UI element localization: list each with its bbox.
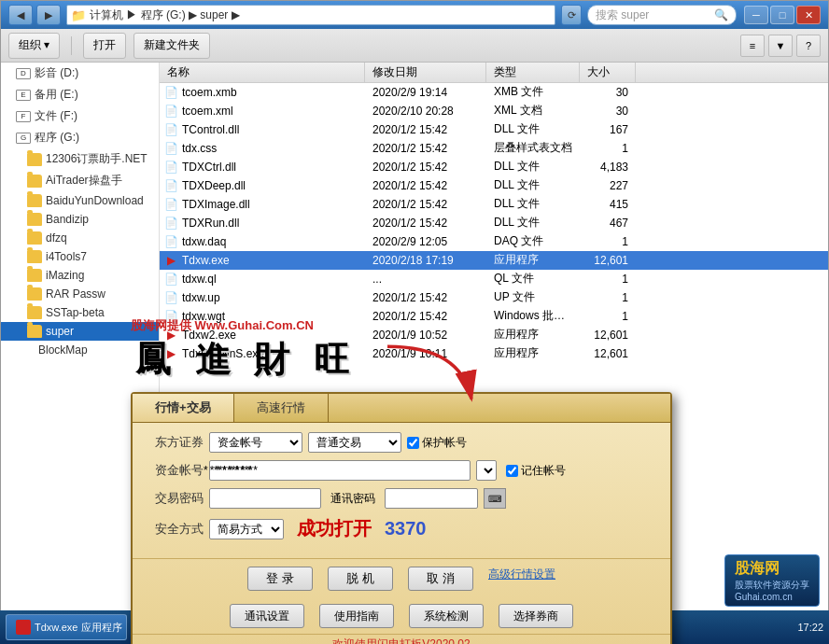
account-label: 资金帐号 [148, 462, 204, 479]
tab-market-trade[interactable]: 行情+交易 [133, 394, 234, 422]
sidebar-label-baidu: BaiduYunDownload [46, 194, 144, 207]
drive-g-icon: G [16, 133, 31, 144]
sidebar-item-baidu[interactable]: BaiduYunDownload [1, 191, 159, 210]
dialog-footer-buttons: 通讯设置 使用指南 系统检测 选择券商 [133, 598, 670, 634]
keyboard-button[interactable]: ⌨ [484, 488, 506, 509]
organize-button[interactable]: 组织 ▾ [8, 33, 60, 59]
new-folder-button[interactable]: 新建文件夹 [133, 33, 210, 59]
col-header-date[interactable]: 修改日期 [365, 63, 486, 82]
comm-settings-button[interactable]: 通讯设置 [230, 604, 304, 628]
file-row[interactable]: ▶ Tdxw.exe 2020/2/18 17:19 应用程序 12,601 [160, 251, 828, 270]
sidebar-label-rar: RAR Passw [46, 287, 105, 301]
sidebar-item-drive-g[interactable]: G 程序 (G:) [1, 127, 159, 148]
window-controls: ─ □ ✕ [744, 6, 821, 24]
security-select[interactable]: 简易方式 [209, 519, 284, 539]
security-row: 安全方式 简易方式 成功打开 3370 [148, 516, 655, 541]
folder-sstap-icon [27, 306, 42, 319]
system-check-button[interactable]: 系统检测 [409, 604, 484, 628]
toolbar-separator [71, 36, 72, 55]
sidebar-item-imazing[interactable]: iMazing [1, 266, 159, 285]
address-bar[interactable]: 📁 计算机 ▶ 程序 (G:) ▶ super ▶ [66, 5, 555, 25]
offline-button[interactable]: 脱 机 [328, 567, 393, 591]
minimize-button[interactable]: ─ [744, 6, 768, 24]
trade-type-select[interactable]: 普通交易 [308, 432, 401, 453]
file-row[interactable]: 📄 tcoem.xmb 2020/2/9 19:14 XMB 文件 30 [160, 83, 828, 102]
file-list-header: 名称 修改日期 类型 大小 [160, 63, 828, 83]
back-button[interactable]: ◀ [8, 5, 33, 25]
sidebar-item-bandizip[interactable]: Bandizip [1, 210, 159, 229]
folder-dfzq-icon [27, 231, 42, 245]
login-dialog: 行情+交易 高速行情 东方证券 资金帐号 普通交易 保护帐号 资金帐号 [131, 392, 672, 644]
protect-account-checkbox[interactable]: 保护帐号 [407, 435, 467, 451]
title-bar: ◀ ▶ 📁 计算机 ▶ 程序 (G:) ▶ super ▶ ⟳ 搜索 super… [1, 1, 828, 29]
file-row[interactable]: 📄 TDXDeep.dll 2020/1/2 15:42 DLL 文件 227 [160, 176, 828, 195]
sidebar-label-f: 文件 (F:) [35, 108, 77, 124]
refresh-button[interactable]: ⟳ [561, 5, 582, 25]
sidebar-item-i4tools[interactable]: i4Tools7 [1, 247, 159, 266]
branding-box: 股海网 股票软件资源分享 Guhai.com.cn [724, 554, 820, 607]
view-toggle[interactable]: ≡ [740, 35, 765, 57]
password-input[interactable] [209, 488, 321, 509]
sidebar-item-drive-d[interactable]: D 影音 (D:) [1, 63, 159, 84]
protect-checkbox[interactable] [407, 437, 419, 449]
brand-sub: 股票软件资源分享 [735, 579, 809, 592]
sidebar-item-drive-f[interactable]: F 文件 (F:) [1, 105, 159, 127]
folder-12306-icon [27, 153, 42, 166]
login-button[interactable]: 登 录 [247, 567, 313, 591]
view-details[interactable]: ▼ [768, 35, 793, 57]
tab-fast-market[interactable]: 高速行情 [234, 394, 329, 422]
advanced-link[interactable]: 高级行情设置 [488, 567, 555, 591]
comm-password-label: 通讯密码 [330, 491, 375, 507]
forward-button[interactable]: ▶ [36, 5, 61, 25]
open-button[interactable]: 打开 [83, 33, 126, 59]
drive-f-icon: F [16, 111, 31, 122]
account-type-select[interactable]: 资金帐号 [209, 432, 302, 453]
file-row[interactable]: 📄 tdxw.ql ... QL 文件 1 [160, 270, 828, 288]
folder-baidu-icon [27, 194, 42, 207]
sidebar-item-aitrader[interactable]: AiTrader操盘手 [1, 170, 159, 191]
cancel-button[interactable]: 取 消 [408, 567, 473, 591]
file-row[interactable]: 📄 tdxw.up 2020/1/2 15:42 UP 文件 1 [160, 288, 828, 307]
user-guide-button[interactable]: 使用指南 [319, 604, 394, 628]
sidebar-item-dfzq[interactable]: dfzq [1, 229, 159, 247]
comm-password-input[interactable] [385, 488, 478, 509]
account-select-arrow[interactable] [476, 460, 497, 481]
password-label: 交易密码 [148, 490, 204, 507]
col-header-type[interactable]: 类型 [486, 63, 580, 82]
drive-e-icon: E [16, 90, 31, 101]
file-row[interactable]: 📄 TDXCtrl.dll 2020/1/2 15:42 DLL 文件 4,18… [160, 158, 828, 176]
sidebar-label-12306: 12306订票助手.NET [46, 151, 148, 167]
file-row[interactable]: 📄 tdxw.daq 2020/2/9 12:05 DAQ 文件 1 [160, 232, 828, 251]
maximize-button[interactable]: □ [770, 6, 794, 24]
sidebar-label-super: super [46, 325, 74, 338]
file-row[interactable]: 📄 TDXRun.dll 2020/1/2 15:42 DLL 文件 467 [160, 214, 828, 232]
view-options: ≡ ▼ ? [740, 35, 821, 57]
taskbar-tdxw[interactable]: Tdxw.exe 应用程序 [6, 614, 127, 640]
help-button[interactable]: ? [796, 35, 821, 57]
col-header-name[interactable]: 名称 [160, 63, 365, 82]
close-button[interactable]: ✕ [796, 6, 821, 24]
remember-account-checkbox[interactable]: 记住帐号 [506, 463, 566, 479]
sidebar-label-imazing: iMazing [46, 269, 84, 282]
search-box[interactable]: 搜索 super 🔍 [587, 5, 737, 25]
select-broker-button[interactable]: 选择券商 [499, 604, 573, 628]
brand-main: 股海网 [735, 559, 809, 579]
file-row[interactable]: 📄 TDXImage.dll 2020/1/2 15:42 DLL 文件 415 [160, 195, 828, 214]
sidebar-item-rar[interactable]: RAR Passw [1, 285, 159, 303]
sidebar-item-drive-e[interactable]: E 备用 (E:) [1, 84, 159, 105]
security-label: 安全方式 [148, 521, 204, 538]
remember-checkbox[interactable] [506, 465, 518, 477]
file-row[interactable]: 📄 tdx.css 2020/1/2 15:42 层叠样式表文档 1 [160, 139, 828, 158]
broker-label: 东方证券 [148, 434, 204, 451]
dialog-overlay: 行情+交易 高速行情 东方证券 资金帐号 普通交易 保护帐号 资金帐号 [131, 308, 672, 607]
sidebar-label-e: 备用 (E:) [35, 87, 78, 103]
folder-aitrader-icon [27, 175, 42, 188]
tdxw-icon [16, 620, 31, 635]
file-row[interactable]: 📄 tcoem.xml 2020/2/10 20:28 XML 文档 30 [160, 102, 828, 120]
sidebar-label-bandizip: Bandizip [46, 213, 89, 226]
file-row[interactable]: 📄 TControl.dll 2020/1/2 15:42 DLL 文件 167 [160, 120, 828, 139]
success-text: 成功打开 [297, 516, 372, 541]
sidebar-item-12306[interactable]: 12306订票助手.NET [1, 148, 159, 170]
sidebar-label-aitrader: AiTrader操盘手 [46, 173, 122, 189]
col-header-size[interactable]: 大小 [580, 63, 636, 82]
